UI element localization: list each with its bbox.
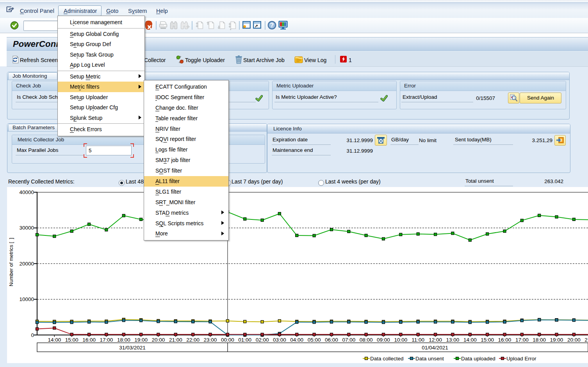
svg-text:20:00: 20:00 (152, 337, 165, 343)
svg-text:02:00: 02:00 (256, 337, 269, 343)
svg-text:23:00: 23:00 (204, 337, 217, 343)
svg-text:16:00: 16:00 (498, 337, 511, 343)
svg-text:14:00: 14:00 (48, 337, 61, 343)
svg-text:19:00: 19:00 (134, 337, 148, 343)
svg-text:11:00: 11:00 (412, 337, 424, 343)
svg-text:20000: 20000 (19, 261, 34, 267)
svg-text:19:00: 19:00 (550, 337, 563, 343)
svg-text:03:00: 03:00 (273, 337, 286, 343)
svg-text:09:00: 09:00 (377, 337, 390, 343)
svg-text:07:00: 07:00 (342, 337, 355, 343)
svg-text:Data collected: Data collected (370, 356, 404, 362)
svg-text:Number of metrics [ ]: Number of metrics [ ] (8, 238, 14, 286)
svg-text:0: 0 (31, 332, 34, 338)
svg-text:04:00: 04:00 (290, 337, 303, 343)
svg-text:14:00: 14:00 (463, 337, 477, 343)
svg-text:40000: 40000 (19, 189, 34, 195)
svg-text:01/04/2021: 01/04/2021 (422, 345, 448, 351)
svg-text:17:00: 17:00 (515, 337, 529, 343)
svg-text:01:00: 01:00 (238, 337, 251, 343)
svg-text:16:00: 16:00 (82, 337, 96, 343)
svg-text:10000: 10000 (19, 296, 34, 302)
svg-text:15:00: 15:00 (481, 337, 494, 343)
svg-text:20:00: 20:00 (567, 337, 581, 343)
svg-text:05:00: 05:00 (308, 337, 321, 343)
svg-text:10:00: 10:00 (394, 337, 407, 343)
svg-text:15:00: 15:00 (65, 337, 78, 343)
svg-text:17:00: 17:00 (100, 337, 113, 343)
svg-text:08:00: 08:00 (360, 337, 373, 343)
svg-text:06:00: 06:00 (325, 337, 338, 343)
svg-text:00:00: 00:00 (221, 337, 234, 343)
svg-text:21:00: 21:00 (169, 337, 182, 343)
svg-text:22:00: 22:00 (186, 337, 200, 343)
svg-text:30000: 30000 (19, 225, 34, 231)
svg-text:21:00: 21:00 (584, 337, 588, 343)
svg-text:18:00: 18:00 (533, 337, 546, 343)
svg-text:Upload Error: Upload Error (506, 356, 536, 362)
svg-text:18:00: 18:00 (117, 337, 130, 343)
svg-text:13:00: 13:00 (446, 337, 460, 343)
svg-text:31/03/2021: 31/03/2021 (119, 345, 146, 351)
svg-text:Data uploaded: Data uploaded (461, 356, 495, 362)
svg-text:Data unsent: Data unsent (415, 356, 444, 362)
svg-text:12:00: 12:00 (429, 337, 442, 343)
